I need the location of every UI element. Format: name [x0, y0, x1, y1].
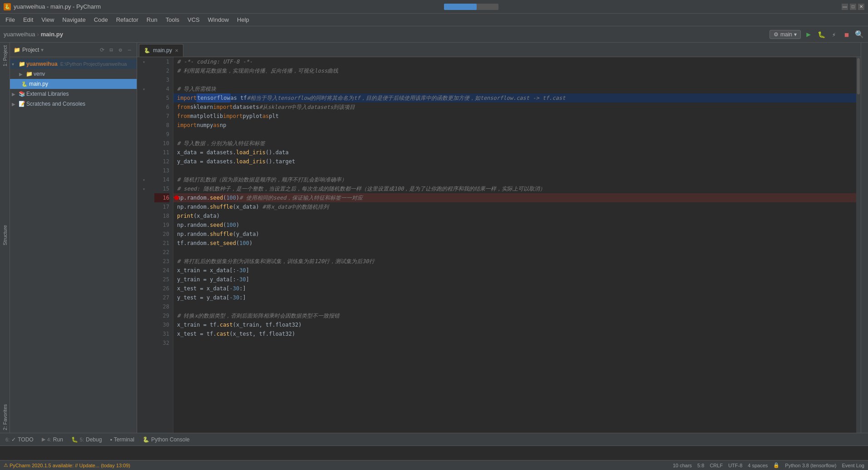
- maximize-button[interactable]: □: [850, 4, 856, 10]
- menu-code[interactable]: Code: [90, 15, 112, 25]
- run-tab-num: 4:: [47, 437, 51, 442]
- stop-button[interactable]: ■: [842, 29, 852, 39]
- code-line-8: import numpy as np: [173, 121, 856, 130]
- tab-todo[interactable]: 6: ✓ TODO: [2, 434, 37, 445]
- run-config-selector[interactable]: ⚙ main ▾: [769, 30, 801, 39]
- ln-19: 19: [154, 220, 169, 230]
- ln-31: 31: [154, 329, 169, 338]
- scrollbar-thumb[interactable]: [857, 58, 860, 94]
- line11-text: x_data = datasets.load_iris().data: [177, 148, 289, 157]
- line31-text: x_test = tf.cast(x_test, tf.float32): [177, 329, 295, 338]
- menu-vcs[interactable]: VCS: [184, 15, 203, 25]
- code-line-27: y_test = y_data[-30:]: [173, 293, 856, 302]
- tree-item-root[interactable]: ▾ 📁 yuanweihua E:\Python Project\yuanwei…: [10, 59, 137, 69]
- line5-import-kw: import: [177, 93, 197, 103]
- ln-6: 6: [154, 103, 169, 112]
- breadcrumb-root[interactable]: yuanweihua: [4, 31, 35, 38]
- tree-item-venv[interactable]: ▶ 📁 venv: [10, 69, 137, 79]
- status-encoding[interactable]: UTF-8: [728, 463, 742, 468]
- run-config-icon: ⚙: [774, 31, 779, 38]
- status-event-log[interactable]: Event Log: [842, 463, 864, 468]
- sidebar-item-favorites[interactable]: 2: Favorites: [1, 401, 9, 433]
- venv-label: venv: [34, 71, 45, 77]
- line8-import: import: [177, 121, 197, 130]
- search-everywhere-button[interactable]: 🔍: [854, 29, 864, 39]
- editor-tab-mainpy[interactable]: 🐍 main.py ✕: [139, 44, 183, 57]
- project-folder-icon: 📁: [14, 47, 20, 53]
- debug-button[interactable]: 🐛: [816, 29, 826, 39]
- minimize-button[interactable]: —: [842, 4, 848, 10]
- gutter-17: [137, 202, 151, 211]
- line20-text: np.random.shuffle(y_data): [177, 230, 259, 239]
- run-button[interactable]: ▶: [804, 29, 814, 39]
- tab-close-button[interactable]: ✕: [175, 48, 178, 53]
- tab-terminal[interactable]: ▪ Terminal: [106, 434, 138, 445]
- menu-help[interactable]: Help: [233, 15, 253, 25]
- tree-item-extlibs[interactable]: ▶ 📚 External Libraries: [10, 89, 137, 99]
- editor-area: 🐍 main.py ✕ ▾ ▾ ▾: [137, 43, 861, 433]
- line8-np: np: [220, 121, 226, 130]
- toolbar-left: yuanweihua › main.py: [4, 31, 63, 38]
- sidebar-item-structure[interactable]: Structure: [1, 222, 9, 248]
- line10-text: # 导入数据，分别为输入特征和标签: [177, 139, 265, 148]
- menu-view[interactable]: View: [38, 15, 58, 25]
- code-editor[interactable]: ▾ ▾ ▾ ▾: [137, 57, 861, 433]
- code-content[interactable]: # -*- coding: UTF-8 -*- # 利用茵尾花数据集，实现前向传…: [173, 57, 856, 433]
- menu-file[interactable]: File: [2, 15, 19, 25]
- tab-debug[interactable]: 🐛 5: Debug: [68, 434, 106, 445]
- progress-fill: [444, 4, 477, 10]
- sidebar-item-project[interactable]: 1: Project: [1, 43, 9, 69]
- chars-text: 10 chars: [673, 463, 692, 468]
- menu-edit[interactable]: Edit: [20, 15, 37, 25]
- tab-python-console[interactable]: 🐍 Python Console: [139, 434, 193, 445]
- tab-run[interactable]: ▶ 4: Run: [38, 434, 67, 445]
- line18-print: print: [177, 211, 193, 220]
- project-panel: 📁 Project ▾ ⟳ ⊟ ⚙ — ▾ 📁 yuanweihua E:\Py…: [10, 43, 137, 433]
- toolbar: yuanweihua › main.py ⚙ main ▾ ▶ 🐛 ⚡ ■ 🔍: [0, 26, 868, 43]
- tree-item-mainpy[interactable]: 🐍 main.py: [10, 79, 137, 89]
- tree-item-scratches[interactable]: ▶ 📝 Scratches and Consoles: [10, 99, 137, 109]
- run-config-dropdown-icon: ▾: [794, 31, 797, 38]
- code-line-10: # 导入数据，分别为输入特征和标签: [173, 139, 856, 148]
- editor-scrollbar[interactable]: [856, 57, 861, 433]
- menu-tools[interactable]: Tools: [162, 15, 183, 25]
- ln-5: 5: [154, 93, 169, 103]
- status-line-sep[interactable]: CRLF: [710, 463, 723, 468]
- line12-text: y_data = datasets.load_iris().target: [177, 157, 295, 166]
- terminal-label: Terminal: [114, 436, 134, 443]
- ln-26: 26: [154, 284, 169, 293]
- venv-arrow-icon: ▶: [19, 72, 25, 77]
- ln-28: 28: [154, 302, 169, 311]
- menu-refactor[interactable]: Refactor: [113, 15, 142, 25]
- line2-text: # 利用茵尾花数据集，实现前向传播、反向传播，可视化loss曲线: [177, 66, 338, 75]
- code-line-23: # 将打乱后的数据集分割为训练集和测试集，训练集为前120行，测试集为后30行: [173, 257, 856, 266]
- line25-text: y_train = y_data[:-30]: [177, 275, 249, 284]
- gutter-15: ▾: [137, 184, 151, 193]
- ln-15: 15: [154, 184, 169, 193]
- panel-title-dropdown[interactable]: ▾: [41, 47, 44, 53]
- code-line-3: [173, 75, 856, 84]
- status-python-ver[interactable]: Python 3.8 (tensorflow): [785, 463, 836, 468]
- gutter-13: [137, 166, 151, 175]
- menu-run[interactable]: Run: [143, 15, 161, 25]
- mainpy-icon: 🐍: [21, 80, 28, 88]
- toolbar-right: ⚙ main ▾ ▶ 🐛 ⚡ ■ 🔍: [769, 29, 864, 39]
- bottom-tabs: 6: ✓ TODO ▶ 4: Run 🐛 5: Debug ▪ Terminal…: [0, 433, 868, 446]
- coverage-button[interactable]: ⚡: [829, 29, 839, 39]
- title-bar-left: 🐍 yuanweihua - main.py - PyCharm: [4, 3, 101, 10]
- code-line-5: import tensorflow as tf #相当于导入tensorflow…: [173, 93, 856, 103]
- sync-button[interactable]: ⟳: [99, 46, 106, 54]
- menu-navigate[interactable]: Navigate: [59, 15, 89, 25]
- settings-button[interactable]: ⚙: [117, 46, 124, 54]
- status-update-msg[interactable]: ⚠ PyCharm 2020.1.5 available: // Update.…: [4, 462, 130, 468]
- code-line-12: y_data = datasets.load_iris().target: [173, 157, 856, 166]
- gutter-6: [137, 103, 151, 112]
- close-panel-button[interactable]: —: [126, 46, 133, 54]
- close-button[interactable]: ✕: [858, 4, 864, 10]
- menu-window[interactable]: Window: [204, 15, 232, 25]
- progress-bar: [444, 4, 498, 10]
- collapse-all-button[interactable]: ⊟: [108, 46, 115, 54]
- breadcrumb-file[interactable]: main.py: [41, 31, 63, 38]
- status-position[interactable]: 5:8: [697, 463, 704, 468]
- status-indent[interactable]: 4 spaces: [748, 463, 768, 468]
